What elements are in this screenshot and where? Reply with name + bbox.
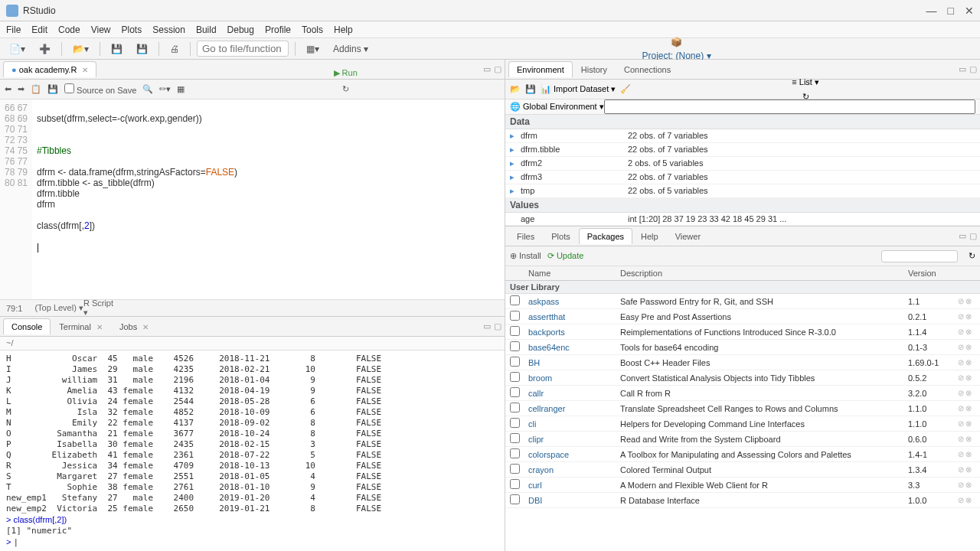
save-all-button[interactable]: 💾 <box>132 42 152 56</box>
tab-jobs[interactable]: Jobs ✕ <box>111 318 157 334</box>
pkg-checkbox[interactable] <box>510 295 520 305</box>
pkg-checkbox[interactable] <box>510 433 520 443</box>
maximize-button[interactable]: □ <box>948 5 954 17</box>
pkg-remove-icon[interactable]: ⊘ ⊗ <box>949 419 980 428</box>
menu-plots[interactable]: Plots <box>122 24 142 35</box>
env-row[interactable]: ▸dfrm22 obs. of 5 variables <box>505 157 980 171</box>
pkg-link[interactable]: backports <box>524 328 616 337</box>
menu-session[interactable]: Session <box>152 24 185 35</box>
show-file-button[interactable]: 📋 <box>31 84 41 94</box>
menu-tools[interactable]: Tools <box>302 24 323 35</box>
pkg-checkbox[interactable] <box>510 403 520 412</box>
menu-debug[interactable]: Debug <box>227 24 254 35</box>
new-project-button[interactable]: ➕ <box>34 42 55 56</box>
pkg-checkbox[interactable] <box>510 326 520 336</box>
env-row[interactable]: ▸tmp22 obs. of 5 variables <box>505 184 980 198</box>
goto-input[interactable] <box>197 41 289 57</box>
tab-plots[interactable]: Plots <box>543 228 578 244</box>
pkg-remove-icon[interactable]: ⊘ ⊗ <box>949 450 980 458</box>
new-file-button[interactable]: 📄▾ <box>5 42 30 56</box>
save-ws-button[interactable]: 💾 <box>525 84 536 94</box>
source-file-tab[interactable]: ● oak academy.R ✕ <box>3 61 96 77</box>
menu-help[interactable]: Help <box>334 24 353 35</box>
pkg-link[interactable]: BH <box>524 358 616 367</box>
pkg-checkbox[interactable] <box>510 387 520 397</box>
compile-button[interactable]: ▦ <box>177 84 185 94</box>
list-view-button[interactable]: ≡ List ▾ <box>792 77 819 87</box>
minimize-env-icon[interactable]: ▭ <box>959 64 966 74</box>
pkg-checkbox[interactable] <box>510 311 520 321</box>
open-file-button[interactable]: 📂▾ <box>68 42 93 56</box>
tab-console[interactable]: Console <box>3 318 51 334</box>
tab-history[interactable]: History <box>573 61 616 77</box>
wand-button[interactable]: ✏▾ <box>159 84 171 94</box>
pkg-link[interactable]: base64enc <box>524 343 616 352</box>
tools-button[interactable]: ▦▾ <box>302 42 324 56</box>
pkg-remove-icon[interactable]: ⊘ ⊗ <box>949 481 980 489</box>
tab-connections[interactable]: Connections <box>616 61 679 77</box>
print-button[interactable]: 🖨 <box>165 42 184 56</box>
close-button[interactable]: ✕ <box>965 5 974 17</box>
pkg-checkbox[interactable] <box>510 464 520 474</box>
scope-selector[interactable]: (Top Level) ▾ <box>34 303 83 313</box>
load-ws-button[interactable]: 📂 <box>510 84 521 94</box>
maximize-env-icon[interactable]: ▢ <box>969 64 977 74</box>
env-row[interactable]: ▸dfrm22 obs. of 7 variables <box>505 129 980 143</box>
pkg-link[interactable]: colorspace <box>524 450 616 459</box>
close-tab-icon[interactable]: ✕ <box>82 66 88 74</box>
menu-build[interactable]: Build <box>196 24 217 35</box>
pkg-remove-icon[interactable]: ⊘ ⊗ <box>949 373 980 382</box>
minimize-button[interactable]: — <box>926 5 937 17</box>
pkg-checkbox[interactable] <box>510 418 520 428</box>
pkg-link[interactable]: crayon <box>524 465 616 474</box>
env-row[interactable]: ageint [1:20] 28 37 19 23 33 42 18 45 29… <box>505 213 980 226</box>
back-button[interactable]: ⬅ <box>5 84 11 94</box>
pkg-link[interactable]: DBI <box>524 496 616 505</box>
pkg-search-input[interactable] <box>881 250 958 262</box>
refresh-pkg-button[interactable]: ↻ <box>969 251 975 261</box>
pkg-link[interactable]: assertthat <box>524 312 616 321</box>
menu-edit[interactable]: Edit <box>31 24 47 35</box>
run-button[interactable]: ▶ Run <box>334 68 358 78</box>
menu-profile[interactable]: Profile <box>265 24 291 35</box>
pkg-remove-icon[interactable]: ⊘ ⊗ <box>949 328 980 336</box>
pkg-checkbox[interactable] <box>510 494 520 504</box>
pkg-remove-icon[interactable]: ⊘ ⊗ <box>949 389 980 397</box>
pkg-link[interactable]: broom <box>524 373 616 383</box>
update-button[interactable]: ⟳ Update <box>547 251 584 261</box>
addins-button[interactable]: Addins ▾ <box>328 42 373 56</box>
save-file-button[interactable]: 💾 <box>47 84 58 94</box>
pkg-link[interactable]: curl <box>524 481 616 490</box>
pkg-remove-icon[interactable]: ⊘ ⊗ <box>949 404 980 412</box>
pkg-checkbox[interactable] <box>510 372 520 382</box>
install-button[interactable]: ⊕ Install <box>510 251 541 261</box>
pkg-remove-icon[interactable]: ⊘ ⊗ <box>949 496 980 504</box>
pkg-link[interactable]: cellranger <box>524 404 616 413</box>
tab-help[interactable]: Help <box>632 228 667 244</box>
pkg-checkbox[interactable] <box>510 479 520 489</box>
env-row[interactable]: ▸dfrm.tibble22 obs. of 7 variables <box>505 143 980 157</box>
env-scope-selector[interactable]: 🌐 Global Environment ▾ <box>510 102 604 112</box>
pkg-link[interactable]: clipr <box>524 435 616 444</box>
menu-code[interactable]: Code <box>58 24 80 35</box>
pkg-checkbox[interactable] <box>510 341 520 351</box>
pkg-remove-icon[interactable]: ⊘ ⊗ <box>949 435 980 443</box>
pkg-remove-icon[interactable]: ⊘ ⊗ <box>949 465 980 474</box>
pkg-link[interactable]: cli <box>524 419 616 429</box>
pkg-remove-icon[interactable]: ⊘ ⊗ <box>949 297 980 305</box>
pkg-link[interactable]: callr <box>524 389 616 398</box>
forward-button[interactable]: ➡ <box>18 84 24 94</box>
tab-terminal[interactable]: Terminal ✕ <box>51 318 111 334</box>
clear-ws-button[interactable]: 🧹 <box>620 84 631 94</box>
minimize-console-icon[interactable]: ▭ <box>483 321 491 331</box>
tab-packages[interactable]: Packages <box>579 228 632 244</box>
language-selector[interactable]: R Script ▾ <box>83 298 498 318</box>
pkg-remove-icon[interactable]: ⊘ ⊗ <box>949 312 980 321</box>
tab-viewer[interactable]: Viewer <box>667 228 709 244</box>
pkg-checkbox[interactable] <box>510 448 520 458</box>
maximize-console-icon[interactable]: ▢ <box>494 321 501 331</box>
maximize-pkg-icon[interactable]: ▢ <box>969 231 977 241</box>
menu-view[interactable]: View <box>91 24 111 35</box>
pkg-remove-icon[interactable]: ⊘ ⊗ <box>949 343 980 351</box>
pkg-link[interactable]: askpass <box>524 297 616 306</box>
